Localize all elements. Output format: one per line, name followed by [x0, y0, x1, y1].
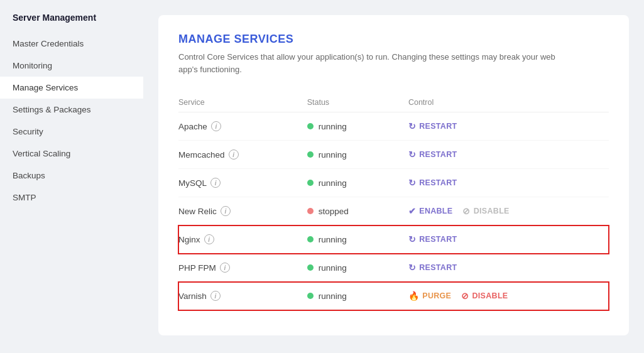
status-cell: running	[307, 178, 393, 188]
service-label: MySQL	[178, 178, 207, 188]
ctrl-label: RESTART	[419, 235, 457, 244]
sidebar-item-manage-services[interactable]: Manage Services	[0, 77, 143, 99]
enable-button[interactable]: ✔ENABLE	[408, 206, 453, 216]
restart-icon: ↻	[408, 263, 416, 273]
table-body: Apache i running ↻RESTART Memcached i ru…	[178, 112, 609, 310]
status-cell: running	[307, 263, 393, 273]
status-label: stopped	[319, 207, 349, 216]
status-dot	[307, 123, 314, 129]
status-label: running	[319, 235, 347, 244]
status-dot	[307, 180, 314, 186]
ctrl-label: RESTART	[419, 150, 457, 159]
status-label: running	[319, 178, 347, 188]
service-label: Memcached	[178, 150, 225, 160]
page-description: Control Core Services that allow your ap…	[178, 51, 568, 75]
table-row: New Relic i stopped ✔ENABLE⊘DISABLE	[178, 197, 609, 225]
disable-icon: ⊘	[461, 291, 469, 301]
service-label: New Relic	[178, 207, 217, 216]
ctrl-label: ENABLE	[419, 207, 452, 215]
table-row: Nginx i running ↻RESTART	[178, 225, 609, 254]
restart-button[interactable]: ↻RESTART	[408, 234, 457, 244]
service-name-cell: PHP FPM i	[178, 263, 292, 273]
service-label: Nginx	[178, 235, 200, 244]
sidebar-title: Server Management	[0, 13, 143, 33]
info-icon[interactable]: i	[220, 263, 230, 273]
service-name-cell: MySQL i	[178, 178, 292, 188]
sidebar-item-settings-packages[interactable]: Settings & Packages	[0, 99, 143, 121]
table-header: Service Status Control	[178, 93, 609, 112]
status-cell: stopped	[307, 207, 393, 216]
sidebar-item-smtp[interactable]: SMTP	[0, 187, 143, 209]
restart-button[interactable]: ↻RESTART	[408, 263, 457, 273]
service-name-cell: Apache i	[178, 121, 292, 131]
restart-icon: ↻	[408, 178, 416, 188]
table-row: Varnish i running 🔥PURGE⊘DISABLE	[178, 282, 609, 310]
control-cell: ↻RESTART	[408, 263, 601, 273]
info-icon[interactable]: i	[210, 178, 221, 188]
status-label: running	[319, 122, 347, 131]
sidebar-item-vertical-scaling[interactable]: Vertical Scaling	[0, 143, 143, 165]
restart-icon: ↻	[408, 149, 416, 160]
ctrl-label: RESTART	[419, 122, 457, 131]
status-label: running	[319, 263, 347, 273]
services-card: MANAGE SERVICES Control Core Services th…	[158, 15, 629, 335]
col-control: Control	[401, 93, 609, 112]
control-cell: ✔ENABLE⊘DISABLE	[408, 206, 601, 216]
table-row: PHP FPM i running ↻RESTART	[178, 254, 609, 282]
restart-button[interactable]: ↻RESTART	[408, 178, 457, 188]
restart-icon: ↻	[408, 234, 416, 244]
purge-icon: 🔥	[408, 291, 419, 301]
service-name-cell: Nginx i	[178, 234, 292, 244]
service-name-cell: New Relic i	[178, 206, 292, 216]
control-cell: ↻RESTART	[408, 178, 601, 188]
restart-button[interactable]: ↻RESTART	[408, 149, 457, 160]
service-name-cell: Varnish i	[178, 291, 292, 301]
ctrl-label: RESTART	[419, 178, 457, 187]
status-label: running	[319, 291, 347, 301]
control-cell: ↻RESTART	[408, 234, 601, 244]
restart-icon: ↻	[408, 121, 416, 131]
ctrl-label: DISABLE	[472, 291, 508, 300]
disable-grey-button[interactable]: ⊘DISABLE	[462, 206, 509, 216]
control-cell: ↻RESTART	[408, 121, 601, 131]
service-label: PHP FPM	[178, 263, 216, 273]
table-row: Memcached i running ↻RESTART	[178, 141, 609, 169]
status-dot	[307, 208, 314, 214]
status-dot	[307, 293, 314, 299]
disable-icon: ⊘	[462, 206, 470, 216]
col-service: Service	[178, 93, 300, 112]
sidebar-item-backups[interactable]: Backups	[0, 165, 143, 187]
services-table: Service Status Control Apache i running …	[178, 93, 609, 310]
info-icon[interactable]: i	[221, 206, 231, 216]
ctrl-label: DISABLE	[474, 207, 510, 215]
status-cell: running	[307, 291, 393, 301]
status-cell: running	[307, 150, 393, 160]
ctrl-label: PURGE	[422, 291, 451, 300]
enable-icon: ✔	[408, 206, 416, 216]
sidebar-item-master-credentials[interactable]: Master Credentials	[0, 33, 143, 55]
info-icon[interactable]: i	[204, 234, 214, 244]
info-icon[interactable]: i	[229, 149, 239, 160]
service-label: Varnish	[178, 291, 207, 301]
sidebar-item-monitoring[interactable]: Monitoring	[0, 55, 143, 77]
info-icon[interactable]: i	[210, 291, 221, 301]
sidebar: Server Management Master CredentialsMoni…	[0, 0, 143, 353]
control-cell: ↻RESTART	[408, 149, 601, 160]
main-content: MANAGE SERVICES Control Core Services th…	[143, 0, 644, 353]
ctrl-label: RESTART	[419, 263, 457, 272]
disable-red-button[interactable]: ⊘DISABLE	[461, 291, 508, 301]
table-row: MySQL i running ↻RESTART	[178, 169, 609, 197]
service-name-cell: Memcached i	[178, 149, 292, 160]
purge-button[interactable]: 🔥PURGE	[408, 291, 451, 301]
page-title: MANAGE SERVICES	[178, 33, 609, 46]
status-dot	[307, 151, 314, 158]
sidebar-item-security[interactable]: Security	[0, 121, 143, 143]
status-cell: running	[307, 235, 393, 244]
service-label: Apache	[178, 122, 207, 131]
restart-button[interactable]: ↻RESTART	[408, 121, 457, 131]
table-row: Apache i running ↻RESTART	[178, 112, 609, 141]
col-status: Status	[300, 93, 401, 112]
info-icon[interactable]: i	[211, 121, 221, 131]
control-cell: 🔥PURGE⊘DISABLE	[408, 291, 601, 301]
status-dot	[307, 264, 314, 271]
